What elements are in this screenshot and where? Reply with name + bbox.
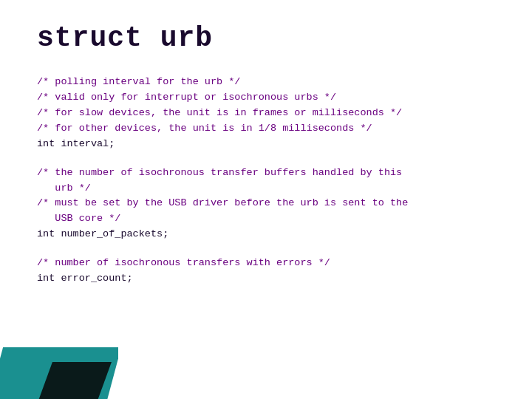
comment-line-2: /* valid only for interrupt or isochrono…	[37, 92, 336, 103]
comment-line-7: /* number of isochronous transfers with …	[37, 257, 330, 268]
int-error-count: int error_count;	[37, 271, 495, 287]
slide-title: struct urb	[37, 22, 495, 54]
code-section-3: /* number of isochronous transfers with …	[37, 256, 495, 287]
comment-line-1: /* polling interval for the urb */	[37, 76, 240, 87]
comment-block-2: /* the number of isochronous transfer bu…	[37, 166, 495, 228]
comment-line-3: /* for slow devices, the unit is in fram…	[37, 107, 402, 118]
comment-line-5: /* the number of isochronous transfer bu…	[37, 167, 402, 194]
int-interval: int interval;	[37, 137, 495, 152]
code-section-1: /* polling interval for the urb */ /* va…	[37, 75, 495, 152]
code-section-2: /* the number of isochronous transfer bu…	[37, 166, 495, 243]
comment-line-6: /* must be set by the USB driver before …	[37, 197, 408, 224]
comment-line-4: /* for other devices, the unit is in 1/8…	[37, 123, 372, 134]
corner-decoration	[0, 340, 118, 399]
slide-container: struct urb /* polling interval for the u…	[0, 0, 532, 399]
int-number-of-packets: int number_of_packets;	[37, 227, 495, 242]
comment-block-3: /* number of isochronous transfers with …	[37, 256, 495, 271]
comment-block-1: /* polling interval for the urb */ /* va…	[37, 75, 495, 137]
